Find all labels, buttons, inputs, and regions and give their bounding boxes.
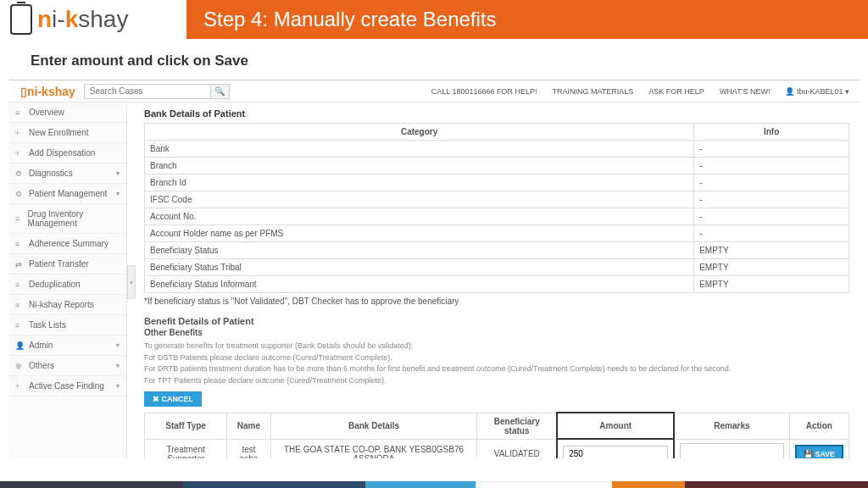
sidebar-icon: ⇄ xyxy=(15,260,24,269)
cell-bank: THE GOA STATE CO-OP. BANK YESB0GSB76 ASS… xyxy=(270,439,477,458)
sidebar-label: Patient Transfer xyxy=(29,259,89,269)
sidebar-label: New Enrollment xyxy=(29,128,89,137)
th-name: Name xyxy=(227,413,270,439)
sidebar-label: Active Case Finding xyxy=(29,381,104,391)
bank-th-category: Category xyxy=(145,124,694,141)
sidebar-label: Ni-kshay Reports xyxy=(29,300,94,309)
training-link[interactable]: TRAINING MATERIALS xyxy=(552,87,633,96)
sidebar-label: Task Lists xyxy=(29,320,66,330)
slide-title: Step 4: Manually create Benefits xyxy=(186,0,868,39)
bank-th-info: Info xyxy=(694,124,849,141)
bank-cat: Branch xyxy=(145,158,694,175)
sidebar-item-6[interactable]: ≡Adherence Summary xyxy=(8,234,126,254)
th-staff: Staff Type xyxy=(145,413,227,439)
sidebar-collapse-button[interactable]: ‹ xyxy=(127,265,136,299)
sidebar-item-10[interactable]: ≡Task Lists xyxy=(8,315,126,336)
search-input[interactable] xyxy=(84,84,211,99)
user-menu[interactable]: 👤 tbu-KABEL01 ▾ xyxy=(785,87,849,96)
cell-remarks xyxy=(674,439,789,458)
sidebar-icon: + xyxy=(15,129,24,137)
save-button[interactable]: 💾 SAVE xyxy=(795,445,843,458)
slide-subtitle: Enter amount and click on Save xyxy=(0,39,868,80)
bank-table: Category Info Bank-Branch-Branch Id-IFSC… xyxy=(144,123,849,293)
bank-row: Beneficiary Status InformantEMPTY xyxy=(145,276,849,293)
sidebar-item-2[interactable]: +Add Dispensation xyxy=(8,143,126,164)
cell-action: 💾 SAVE xyxy=(789,439,849,458)
app-frame: ▯ni-kshay 🔍 CALL 1800116666 FOR HELP! TR… xyxy=(8,80,860,458)
bank-info: EMPTY xyxy=(694,276,849,293)
whatsnew-link[interactable]: WHAT'S NEW! xyxy=(720,87,771,96)
hint-line: For DSTB Patients please declare outcome… xyxy=(144,352,849,363)
chevron-down-icon: ▾ xyxy=(116,362,120,369)
sidebar-icon: ⊕ xyxy=(15,362,24,370)
help-line-link[interactable]: CALL 1800116666 FOR HELP! xyxy=(431,87,537,96)
chevron-down-icon: ▾ xyxy=(116,190,120,197)
hint-line: For TPT Patients please declare outcome … xyxy=(144,375,849,386)
chevron-down-icon: ▾ xyxy=(116,341,120,349)
benefit-hints: To generate benefits for treatment suppo… xyxy=(144,341,849,385)
sidebar-label: Admin xyxy=(29,341,53,350)
sidebar-item-11[interactable]: 👤Admin▾ xyxy=(8,336,126,356)
sidebar-item-1[interactable]: +New Enrollment xyxy=(8,123,126,143)
sidebar-icon: + xyxy=(15,382,24,391)
sidebar-label: Drug Inventory Management xyxy=(28,209,120,228)
bank-cat: IFSC Code xyxy=(145,191,694,208)
chevron-down-icon: ▾ xyxy=(116,382,120,390)
bank-info: - xyxy=(694,158,849,175)
sidebar-item-8[interactable]: ≡Deduplication xyxy=(8,274,126,295)
bank-cat: Beneficiary Status Informant xyxy=(145,276,694,293)
sidebar-label: Overview xyxy=(29,108,64,117)
sidebar-icon: ≡ xyxy=(15,321,24,330)
bank-section-title: Bank Details of Patient xyxy=(144,106,849,121)
sidebar-icon: ≡ xyxy=(15,240,24,248)
bank-cat: Account Holder name as per PFMS xyxy=(145,225,694,242)
bank-note: *If beneficiary status is "Not Validated… xyxy=(144,293,849,309)
bank-info: - xyxy=(694,225,849,242)
phone-icon xyxy=(10,4,32,35)
search-button[interactable]: 🔍 xyxy=(211,84,230,99)
bank-row: Branch Id- xyxy=(145,175,849,191)
slide-header: ni-kshay Step 4: Manually create Benefit… xyxy=(0,0,868,39)
sidebar-item-7[interactable]: ⇄Patient Transfer xyxy=(8,254,126,274)
cell-name: test asha xyxy=(227,439,270,458)
bank-info: - xyxy=(694,208,849,225)
sidebar-icon: ≡ xyxy=(15,108,24,117)
sidebar-item-9[interactable]: ≡Ni-kshay Reports xyxy=(8,295,126,315)
cell-staff: Treatment Supporter xyxy=(145,439,227,458)
main-content: Bank Details of Patient Category Info Ba… xyxy=(127,103,860,458)
cell-amount xyxy=(557,439,674,458)
hint-line: For DRTB patients treatment duration has… xyxy=(144,363,849,374)
ask-help-link[interactable]: ASK FOR HELP xyxy=(648,87,704,96)
benefit-table: Staff Type Name Bank Details Beneficiary… xyxy=(144,412,849,458)
sidebar-label: Others xyxy=(29,361,54,370)
bank-row: Branch- xyxy=(145,158,849,175)
bank-info: EMPTY xyxy=(694,242,849,259)
bank-info: EMPTY xyxy=(694,259,849,276)
hint-line: To generate benefits for treatment suppo… xyxy=(144,341,849,352)
bank-info: - xyxy=(694,175,849,191)
th-bank: Bank Details xyxy=(270,413,477,439)
remarks-input[interactable] xyxy=(680,443,783,458)
bank-cat: Branch Id xyxy=(145,175,694,191)
benefit-row: Treatment Supporter test asha THE GOA ST… xyxy=(145,439,849,458)
sidebar-label: Deduplication xyxy=(29,280,81,289)
sidebar-label: Diagnostics xyxy=(29,169,73,178)
sidebar-label: Add Dispensation xyxy=(29,148,95,158)
bank-row: IFSC Code- xyxy=(145,191,849,208)
sidebar-label: Patient Management xyxy=(29,189,107,198)
sidebar-item-13[interactable]: +Active Case Finding▾ xyxy=(8,376,126,396)
app-logo: ▯ni-kshay xyxy=(12,85,84,98)
sidebar-item-12[interactable]: ⊕Others▾ xyxy=(8,356,126,376)
sidebar-item-4[interactable]: ⚙Patient Management▾ xyxy=(8,184,126,204)
brand-logo: ni-kshay xyxy=(0,0,186,39)
bank-row: Beneficiary Status TribalEMPTY xyxy=(145,259,849,276)
benefit-title: Benefit Details of Patient xyxy=(144,309,849,326)
sidebar-item-0[interactable]: ≡Overview xyxy=(8,103,126,123)
chevron-down-icon: ▾ xyxy=(116,169,120,177)
sidebar-item-5[interactable]: ≡Drug Inventory Management xyxy=(8,204,126,234)
sidebar-item-3[interactable]: ⚙Diagnostics▾ xyxy=(8,164,126,184)
cancel-button[interactable]: ✖ CANCEL xyxy=(144,391,202,407)
bank-cat: Beneficiary Status Tribal xyxy=(145,259,694,276)
amount-input[interactable] xyxy=(563,446,668,458)
footer-color-bar xyxy=(0,481,868,488)
